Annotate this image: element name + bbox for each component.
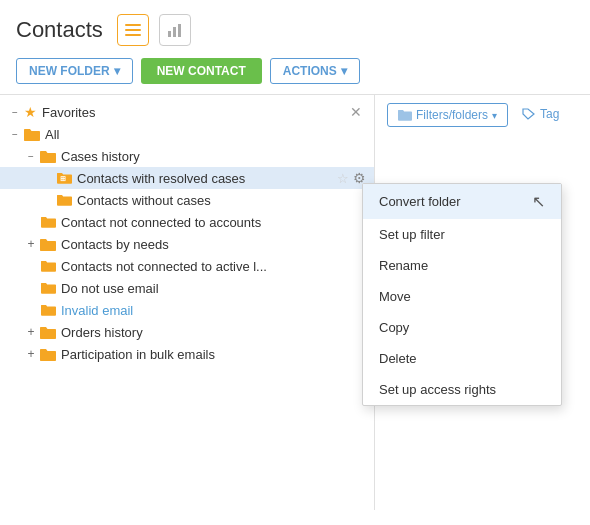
new-folder-chevron-icon: ▾ [114,64,120,78]
contacts-by-needs-label: Contacts by needs [61,237,366,252]
contacts-resolved-label: Contacts with resolved cases [77,171,333,186]
folder-invalid-email-icon [40,302,56,318]
toggle-cases-history[interactable]: − [24,149,38,163]
tree-item-contact-not-connected[interactable]: − Contact not connected to accounts [0,211,374,233]
tree-item-invalid-email[interactable]: − Invalid email [0,299,374,321]
contact-not-connected-label: Contact not connected to accounts [61,215,366,230]
tag-button[interactable]: Tag [516,103,565,125]
folder-contacts-resolved-icon: ⊞ [56,170,72,186]
svg-rect-3 [168,31,171,37]
favorite-star-icon[interactable]: ☆ [337,171,349,186]
participation-bulk-label: Participation in bulk emails [61,347,366,362]
cases-history-label: Cases history [61,149,366,164]
set-up-access-label: Set up access rights [379,382,496,397]
do-not-use-email-label: Do not use email [61,281,366,296]
move-label: Move [379,289,411,304]
tree-item-contacts-resolved[interactable]: − ⊞ Contacts with resolved cases ☆ ⚙ [0,167,374,189]
svg-rect-4 [173,27,176,37]
folder-tree: − ★ Favorites ✕ − All − Cases history [0,95,375,510]
tree-item-cases-history[interactable]: − Cases history [0,145,374,167]
close-favorites-icon[interactable]: ✕ [346,104,366,120]
chart-view-icon [167,23,183,37]
filters-folders-button[interactable]: Filters/folders ▾ [387,103,508,127]
folder-cases-icon [40,148,56,164]
actions-button[interactable]: ACTIONS ▾ [270,58,360,84]
copy-label: Copy [379,320,409,335]
orders-history-label: Orders history [61,325,366,340]
tree-item-all[interactable]: − All [0,123,374,145]
svg-rect-2 [125,34,141,36]
new-folder-label: NEW FOLDER [29,64,110,78]
rename-label: Rename [379,258,428,273]
filters-folders-label: Filters/folders [416,108,488,122]
toggle-all[interactable]: − [8,127,22,141]
contacts-not-active-label: Contacts not connected to active l... [61,259,366,274]
tree-item-favorites[interactable]: − ★ Favorites ✕ [0,101,374,123]
cursor-icon: ↖ [532,192,545,211]
list-view-button[interactable] [117,14,149,46]
favorites-label: Favorites [42,105,346,120]
context-menu-move[interactable]: Move [363,281,561,312]
convert-folder-label: Convert folder [379,194,461,209]
tree-item-contacts-by-needs[interactable]: + Contacts by needs [0,233,374,255]
all-label: All [45,127,366,142]
tree-item-orders-history[interactable]: + Orders history [0,321,374,343]
tree-item-participation-bulk[interactable]: + Participation in bulk emails [0,343,374,365]
list-view-icon [125,23,141,37]
new-contact-label: NEW CONTACT [157,64,246,78]
folder-do-not-use-email-icon [40,280,56,296]
main-layout: − ★ Favorites ✕ − All − Cases history [0,95,590,510]
new-contact-button[interactable]: NEW CONTACT [141,58,262,84]
filters-chevron-icon: ▾ [492,110,497,121]
context-menu-set-up-access[interactable]: Set up access rights [363,374,561,405]
context-menu-set-up-filter[interactable]: Set up filter [363,219,561,250]
page-title: Contacts [16,17,103,43]
actions-label: ACTIONS [283,64,337,78]
folder-contact-not-connected-icon [40,214,56,230]
tree-item-contacts-not-active[interactable]: − Contacts not connected to active l... [0,255,374,277]
delete-label: Delete [379,351,417,366]
folder-contacts-by-needs-icon [40,236,56,252]
contacts-without-label: Contacts without cases [77,193,366,208]
toggle-contacts-by-needs[interactable]: + [24,237,38,251]
svg-rect-1 [125,29,141,31]
svg-text:⊞: ⊞ [60,175,66,182]
star-icon: ★ [24,104,37,120]
new-folder-button[interactable]: NEW FOLDER ▾ [16,58,133,84]
svg-rect-5 [178,24,181,37]
context-menu-delete[interactable]: Delete [363,343,561,374]
context-menu: Convert folder ↖ Set up filter Rename Mo… [362,183,562,406]
folder-all-icon [24,126,40,142]
toggle-orders-history[interactable]: + [24,325,38,339]
folder-contacts-without-icon [56,192,72,208]
folder-orders-history-icon [40,324,56,340]
tree-item-do-not-use-email[interactable]: − Do not use email [0,277,374,299]
actions-chevron-icon: ▾ [341,64,347,78]
folder-participation-bulk-icon [40,346,56,362]
set-up-filter-label: Set up filter [379,227,445,242]
tag-label: Tag [540,107,559,121]
svg-rect-0 [125,24,141,26]
context-menu-convert-folder[interactable]: Convert folder ↖ [363,184,561,219]
invalid-email-label: Invalid email [61,303,366,318]
context-menu-rename[interactable]: Rename [363,250,561,281]
tree-item-contacts-without[interactable]: − Contacts without cases [0,189,374,211]
toggle-favorites[interactable]: − [8,105,22,119]
context-menu-copy[interactable]: Copy [363,312,561,343]
chart-view-button[interactable] [159,14,191,46]
toggle-participation-bulk[interactable]: + [24,347,38,361]
filter-icon [398,109,412,121]
folder-contacts-not-active-icon [40,258,56,274]
tag-icon [522,108,536,120]
app-header: Contacts NEW FOLDER ▾ NEW CONTACT ACTION… [0,0,590,94]
